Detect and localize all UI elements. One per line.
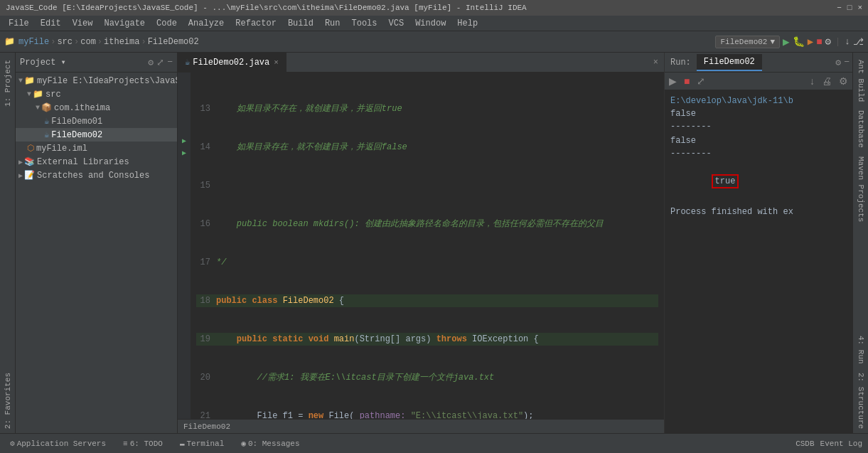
menu-window[interactable]: Window [409,17,451,30]
bottom-tab-todo[interactable]: ≡ 6: TODO [119,438,167,449]
menu-view[interactable]: View [67,17,99,30]
code-line-17: 17 */ [196,256,658,269]
menu-run[interactable]: Run [319,17,346,30]
dropdown-icon: ▼ [770,38,775,46]
editor-tab-filedemo02[interactable]: ☕ FileDemo02.java × [178,53,286,72]
stop-run-button[interactable]: ■ [681,74,692,88]
gutter-28 [178,258,191,270]
gutter-36 [178,357,191,369]
gutter-24 [178,208,191,220]
code-gutter: ▶ ▶ [178,73,191,419]
update-button[interactable]: ↓ [845,36,850,47]
run-config-selector[interactable]: FileDemo02 ▼ [715,36,780,48]
run-arrow-19[interactable]: ▶ [182,149,186,157]
bottom-tab-terminal[interactable]: ▬ Terminal [176,438,228,449]
arrow-icon: ▼ [27,90,31,98]
tree-item-src[interactable]: ▼ 📁 src [16,87,177,101]
tree-item-filedemo02[interactable]: ☕ FileDemo02 [16,128,177,142]
code-container: ▶ ▶ [178,73,664,419]
scroll-to-end-button[interactable]: ↓ [807,74,818,88]
git-button[interactable]: ⎇ [853,36,864,48]
breadcrumb-com[interactable]: com [80,37,96,47]
vtab-run[interactable]: 4: Run [855,331,867,368]
menu-help[interactable]: Help [451,17,483,30]
stop-button[interactable]: ■ [816,36,822,48]
output-line-false2: false [670,134,847,147]
event-log-label[interactable]: Event Log [820,439,862,448]
menu-analyze[interactable]: Analyze [183,17,230,30]
vtab-maven[interactable]: Maven Projects [855,152,867,226]
breadcrumb-myfile[interactable]: myFile [18,37,49,47]
tree-item-external-libs[interactable]: ▶ 📚 External Libraries [16,155,177,169]
breadcrumb-filedemo02[interactable]: FileDemo02 [148,37,199,47]
print-button[interactable]: 🖨 [819,74,835,88]
gutter-16 [178,110,191,122]
tree-item-com-itheima[interactable]: ▼ 📦 com.itheima [16,101,177,114]
run-panel-actions: ⚙ − [832,57,852,68]
gutter-40 [178,407,191,419]
vtab-structure[interactable]: 2: Structure [855,368,867,433]
menu-build[interactable]: Build [282,17,319,30]
maximize-button[interactable]: □ [847,4,852,12]
restore-layout-button[interactable]: ⤢ [694,74,708,88]
csdb-label[interactable]: CSDB [795,439,814,448]
vtab-project[interactable]: 1: Project [2,55,14,111]
menu-file[interactable]: File [3,17,35,30]
scratches-icon: 📝 [24,170,35,181]
menu-tools[interactable]: Tools [346,17,383,30]
tree-item-myfile[interactable]: ▼ 📁 myFile E:\IdeaProjects\JavaSE_C... [16,74,177,87]
bottom-tab-app-servers[interactable]: ⚙ Application Servers [6,437,110,449]
true-value: true [712,174,739,188]
terminal-label: Terminal [186,439,224,448]
settings-button[interactable]: ⚙ [836,74,851,88]
breadcrumb-src[interactable]: src [57,37,73,47]
run-panel: Run: FileDemo02 ⚙ − ▶ ■ ⤢ ↓ 🖨 ⚙ E:\devel… [664,53,852,433]
run-button[interactable]: ▶ [783,35,790,49]
tree-item-myfile-iml[interactable]: ⬡ myFile.iml [16,142,177,155]
bottom-right: CSDB Event Log [795,439,862,448]
menu-navigate[interactable]: Navigate [98,17,151,30]
toolbar-separator: | [835,37,840,47]
java-file-icon: ☕ [44,129,49,140]
run-settings-icon[interactable]: ⚙ [835,57,841,68]
tab-close-button[interactable]: × [274,58,279,67]
messages-icon: ◉ [241,439,246,448]
gutter-19: ▶ [178,146,191,159]
breadcrumb-itheima[interactable]: itheima [104,37,139,47]
sidebar-title: Project ▾ [20,57,66,68]
run-tab-filedemo02[interactable]: FileDemo02 [697,54,762,71]
sidebar-settings-icon[interactable]: ⚙ [148,57,154,68]
gutter-27 [178,245,191,257]
tree-item-scratches[interactable]: ▶ 📝 Scratches and Consoles [16,169,177,182]
run-close-icon[interactable]: − [844,57,850,68]
run-arrow-18[interactable]: ▶ [182,137,186,145]
close-button[interactable]: × [857,4,862,12]
vtab-favorites[interactable]: 2: Favorites [2,368,14,433]
sidebar-header: Project ▾ ⚙ ⤢ − [16,53,177,73]
rerun-button[interactable]: ▶ [666,74,680,88]
gutter-34 [178,332,191,344]
toolbar: 📁 myFile › src › com › itheima › FileDem… [0,31,868,53]
close-all-icon[interactable]: × [653,58,664,68]
gutter-17 [178,122,191,134]
gutter-18: ▶ [178,134,191,146]
menu-edit[interactable]: Edit [35,17,67,30]
tree-item-filedemo01[interactable]: ☕ FileDemo01 [16,114,177,128]
gutter-15 [178,97,191,110]
menu-refactor[interactable]: Refactor [230,17,282,30]
sidebar-collapse-icon[interactable]: − [167,57,173,68]
vtab-ant-build[interactable]: Ant Build [855,55,867,106]
gutter-38 [178,382,191,394]
minimize-button[interactable]: − [837,4,842,12]
menu-vcs[interactable]: VCS [383,17,410,30]
menu-code[interactable]: Code [151,17,183,30]
run-coverage-button[interactable]: ▶ [808,36,813,48]
code-line-18: 18 public class FileDemo02 { [196,294,658,307]
code-editor[interactable]: 13 如果目录不存在，就创建目录，并返回true 14 如果目录存在，就不创建目… [191,73,664,419]
build-button[interactable]: ⚙ [825,36,831,48]
sidebar-expand-icon[interactable]: ⤢ [156,57,164,68]
vtab-database[interactable]: Database [855,106,867,152]
debug-button[interactable]: 🐛 [793,36,805,48]
bottom-tab-messages[interactable]: ◉ 0: Messages [237,437,304,449]
tree-label: Scratches and Consoles [37,171,149,181]
